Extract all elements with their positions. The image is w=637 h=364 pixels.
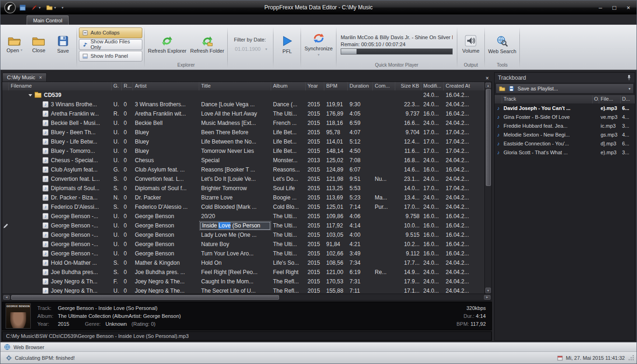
cell-title[interactable]: Been There Before (199, 128, 271, 137)
cell-rating[interactable]: 0 (122, 174, 133, 184)
cell-artist[interactable]: Beckie Bell (133, 118, 199, 128)
cell-year[interactable]: 2015 (306, 230, 324, 240)
cell-year[interactable]: 2015 (306, 240, 324, 249)
cell-size[interactable]: 17.0... (395, 202, 421, 212)
cell-created[interactable]: 24.04.2... (444, 268, 484, 277)
cell-duration[interactable]: 5:12 (348, 137, 373, 146)
cell-year[interactable]: 2015 (306, 137, 324, 146)
cell-created[interactable]: 16.04.2... (444, 90, 484, 100)
cell-size[interactable]: 14.9... (395, 268, 421, 277)
column-header[interactable]: Com... (373, 82, 395, 90)
open-recent-button[interactable]: ▾ (46, 5, 56, 10)
column-header[interactable]: Album (271, 82, 306, 90)
cell-comment[interactable] (373, 156, 395, 165)
scroll-right-icon[interactable]: ► (484, 295, 490, 300)
cell-duration[interactable]: 5:53 (348, 184, 373, 193)
cell[interactable] (324, 90, 348, 100)
pin-icon[interactable] (627, 75, 631, 81)
table-row[interactable]: ♪Diplomats of Soul...S.0Diplomats of Sou… (2, 184, 484, 193)
open-button[interactable]: Open▾ (3, 26, 26, 62)
cell-bpm[interactable]: 125,01 (324, 202, 348, 212)
cell-album[interactable]: Let's Do... (271, 174, 306, 184)
cell-artist[interactable]: Club Asylum feat. ... (133, 165, 199, 174)
cell-bpm[interactable]: 121,98 (324, 174, 348, 184)
synchronize-button[interactable]: Synchronize ▾ (303, 26, 334, 62)
cell-rating[interactable]: 0 (122, 100, 133, 109)
cell-artist[interactable]: Joe Buhdha pres. ... (133, 268, 199, 277)
cell[interactable] (122, 90, 133, 100)
cell-artist[interactable]: George Benson (133, 212, 199, 221)
cell-genre[interactable]: U. (112, 221, 122, 230)
table-row[interactable]: ♪Federico D'Alessi...S.0Federico D'Aless… (2, 202, 484, 212)
cell-filename[interactable]: ♪George Benson -... (9, 230, 112, 240)
cell-genre[interactable]: U. (112, 249, 122, 258)
table-row[interactable]: ♪George Benson -...U.0George BensonNatur… (2, 240, 484, 249)
web-search-button[interactable]: Web Search (487, 26, 518, 62)
cell[interactable] (373, 90, 395, 100)
cell-filename[interactable]: ♪Beckie Bell - Musi... (9, 118, 112, 128)
cell-duration[interactable]: 6:59 (348, 118, 373, 128)
cell-rating[interactable]: 0 (122, 202, 133, 212)
cell-title[interactable]: 20/20 (199, 212, 271, 221)
cell-duration[interactable]: 7:34 (348, 258, 373, 268)
cell-created[interactable]: 24.04.2... (444, 258, 484, 268)
cell-created[interactable]: 24.04.2... (444, 100, 484, 109)
cell-album[interactable]: The Ulti... (271, 109, 306, 118)
pfl-button[interactable]: PFL (275, 26, 299, 62)
cell-genre[interactable]: U. (112, 230, 122, 240)
cell-genre[interactable]: U. (112, 146, 122, 156)
cell-bpm[interactable]: 114,01 (324, 137, 348, 146)
cell-year[interactable]: 2015 (306, 268, 324, 277)
save-button[interactable]: Save (51, 26, 75, 62)
scroll-left-icon[interactable]: ◄ (3, 295, 10, 300)
cell-genre[interactable]: S. (112, 174, 122, 184)
cell-artist[interactable]: Bluey (133, 146, 199, 156)
volume-button[interactable]: Volume (459, 26, 483, 62)
cell-filename[interactable]: ♪Chesus - Special... (9, 156, 112, 165)
cell-year[interactable]: 2015 (306, 221, 324, 230)
cell-modified[interactable]: 24.0... (421, 277, 444, 286)
cell-bpm[interactable]: 118,16 (324, 118, 348, 128)
cell-filename[interactable]: ♪Bluey - Life Betw... (9, 137, 112, 146)
cell-duration[interactable]: 4:50 (348, 146, 373, 156)
folder-row[interactable]: CD53924.0...16.04.2... (2, 90, 484, 100)
cell-bpm[interactable]: 124,89 (324, 165, 348, 174)
cell-genre[interactable]: U. (112, 286, 122, 294)
trackboard-row[interactable]: ♪Eastside Connection - You'...d].mp36... (495, 139, 635, 148)
open-playlist-icon[interactable] (499, 86, 505, 91)
cell-duration[interactable]: 7:14 (348, 202, 373, 212)
cell-title[interactable]: Tomorrow Never Lies (199, 146, 271, 156)
cell-year[interactable]: 2015 (306, 146, 324, 156)
cell-duration[interactable]: 5:23 (348, 193, 373, 202)
table-row[interactable]: ♪Dr. Packer - Biza...N.0Dr. PackerBizarr… (2, 193, 484, 202)
cell-filename[interactable]: ♪Federico D'Alessi... (9, 202, 112, 212)
cell-album[interactable]: Feel Right (271, 268, 306, 277)
column-header[interactable]: R... (122, 82, 133, 90)
cell-created[interactable]: 24.04.2... (444, 118, 484, 128)
cell-filename[interactable]: CD539 (9, 90, 112, 100)
cell-size[interactable]: 12.4... (395, 137, 421, 146)
cell-size[interactable]: 10.0... (395, 221, 421, 230)
cell-modified[interactable]: 24.0... (421, 118, 444, 128)
cell-artist[interactable]: 3 Winans Brothers... (133, 100, 199, 109)
cell-duration[interactable]: 9:51 (348, 174, 373, 184)
cell-bpm[interactable]: 102,66 (324, 249, 348, 258)
cell-comment[interactable]: Ma... (373, 193, 395, 202)
cell-album[interactable]: Reasons... (271, 165, 306, 174)
cell-album[interactable]: Dance (... (271, 100, 306, 109)
column-header[interactable]: O. (593, 95, 599, 103)
cell-duration[interactable]: 4:07 (348, 128, 373, 137)
cell-genre[interactable]: R. (112, 109, 122, 118)
cell-created[interactable]: 24.04.2... (444, 202, 484, 212)
cell-filename[interactable]: ♪Joey Negro & Th... (9, 286, 112, 294)
cell-modified[interactable]: 17.0... (421, 128, 444, 137)
cell-year[interactable]: 2015 (306, 212, 324, 221)
cell-duration[interactable]: 7:08 (348, 156, 373, 165)
cell-duration[interactable]: 4:21 (348, 240, 373, 249)
cell-size[interactable]: 23.1... (395, 174, 421, 184)
scroll-up-icon[interactable]: ▲ (485, 82, 491, 88)
cell-created[interactable]: 17.04.2... (444, 184, 484, 193)
cell-modified[interactable]: 17.0... (421, 137, 444, 146)
cell-comment[interactable] (373, 286, 395, 294)
cell-filename[interactable]: ♪George Benson -... (9, 240, 112, 249)
